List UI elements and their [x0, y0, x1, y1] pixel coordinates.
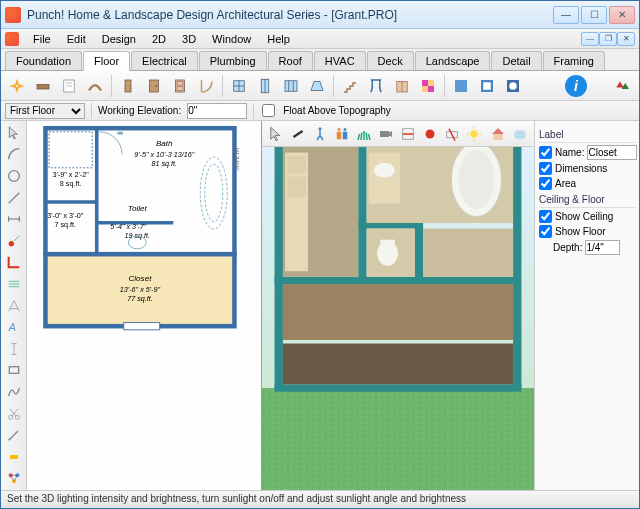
window-tall-icon[interactable] [253, 74, 277, 98]
menu-edit[interactable]: Edit [59, 31, 94, 47]
working-elev-input[interactable] [187, 103, 247, 119]
svg-rect-104 [275, 147, 283, 390]
doc-minimize-button[interactable]: — [581, 32, 599, 46]
svg-rect-25 [428, 80, 434, 86]
perspective-icon[interactable] [3, 296, 25, 316]
show-ceiling-checkbox[interactable] [539, 210, 552, 223]
doc-restore-button[interactable]: ❐ [599, 32, 617, 46]
svg-point-99 [519, 130, 525, 136]
toolbar-3d [262, 121, 534, 147]
dim-vert-icon[interactable] [3, 339, 25, 359]
window-title: Punch! Home & Landscape Design Architect… [27, 8, 553, 22]
houses-icon[interactable] [611, 74, 635, 98]
tab-foundation[interactable]: Foundation [5, 51, 82, 70]
stairs-icon[interactable] [338, 74, 362, 98]
door-swing-icon[interactable] [194, 74, 218, 98]
name-input[interactable] [587, 145, 637, 160]
menu-3d[interactable]: 3D [174, 31, 204, 47]
pointer3d-icon[interactable] [266, 122, 286, 146]
window-grid-icon[interactable] [279, 74, 303, 98]
cut-icon[interactable] [3, 404, 25, 424]
pointer-icon[interactable] [3, 123, 25, 143]
menu-window[interactable]: Window [204, 31, 259, 47]
compass-icon[interactable] [5, 74, 29, 98]
menu-file[interactable]: File [25, 31, 59, 47]
brush-icon[interactable] [3, 425, 25, 445]
dimension-icon[interactable] [3, 209, 25, 229]
tab-framing[interactable]: Framing [543, 51, 605, 70]
door-narrow-icon[interactable] [116, 74, 140, 98]
tab-hvac[interactable]: HVAC [314, 51, 366, 70]
area-checkbox[interactable] [539, 177, 552, 190]
close-button[interactable]: ✕ [609, 6, 635, 24]
tool-blue3-icon[interactable] [501, 74, 525, 98]
floor-select[interactable]: First Floor [5, 103, 85, 119]
info-icon[interactable]: i [565, 75, 587, 97]
arc-icon[interactable] [3, 145, 25, 165]
statusbar: Set the 3D lighting intensity and bright… [1, 490, 639, 508]
tab-detail[interactable]: Detail [491, 51, 541, 70]
camera-icon[interactable] [376, 122, 396, 146]
grass-icon[interactable] [354, 122, 374, 146]
tool-blue1-icon[interactable] [449, 74, 473, 98]
svg-rect-4 [37, 84, 49, 89]
record-icon[interactable] [420, 122, 440, 146]
corner-icon[interactable] [3, 253, 25, 273]
door-icon[interactable] [142, 74, 166, 98]
name-checkbox[interactable] [539, 146, 552, 159]
tab-landscape[interactable]: Landscape [415, 51, 491, 70]
rect-icon[interactable] [3, 361, 25, 381]
toolbar-main: i [1, 71, 639, 101]
tab-deck[interactable]: Deck [367, 51, 414, 70]
hatch-icon[interactable] [3, 274, 25, 294]
depth-input[interactable] [585, 240, 620, 255]
toilet-dims: 5'-4" x 3'-7" [110, 222, 147, 231]
menu-help[interactable]: Help [259, 31, 298, 47]
circle-icon[interactable] [3, 166, 25, 186]
sheet-icon[interactable] [57, 74, 81, 98]
bay-window-icon[interactable] [305, 74, 329, 98]
sun-icon[interactable] [464, 122, 484, 146]
window-icon[interactable] [227, 74, 251, 98]
tab-electrical[interactable]: Electrical [131, 51, 198, 70]
red-dot-icon[interactable] [3, 231, 25, 251]
menu-design[interactable]: Design [94, 31, 144, 47]
cabinet-icon[interactable] [390, 74, 414, 98]
house-icon[interactable] [488, 122, 508, 146]
svg-rect-9 [150, 80, 159, 92]
plan-2d-view[interactable]: 3'-9" x 2'-2" 8 sq.ft. 3'-0" x 3'-0" 7 s… [27, 121, 262, 490]
dimensions-label: Dimensions [555, 163, 607, 174]
door-panel-icon[interactable] [168, 74, 192, 98]
clip-icon[interactable] [398, 122, 418, 146]
svg-point-122 [374, 163, 395, 178]
slice-icon[interactable] [442, 122, 462, 146]
people-icon[interactable] [332, 122, 352, 146]
dimensions-checkbox[interactable] [539, 162, 552, 175]
wall-icon[interactable] [31, 74, 55, 98]
doc-close-button[interactable]: ✕ [617, 32, 635, 46]
svg-rect-105 [513, 147, 521, 388]
floor-pattern-icon[interactable] [416, 74, 440, 98]
minimize-button[interactable]: — [553, 6, 579, 24]
tab-floor[interactable]: Floor [83, 51, 130, 71]
walk-icon[interactable] [310, 122, 330, 146]
toilet-area: 19 sq.ft. [124, 231, 150, 240]
cloud-icon[interactable] [510, 122, 530, 146]
tool-blue2-icon[interactable] [475, 74, 499, 98]
atoms-icon[interactable] [3, 469, 25, 489]
marker-icon[interactable] [3, 447, 25, 467]
tab-roof[interactable]: Roof [268, 51, 313, 70]
pan3d-icon[interactable] [288, 122, 308, 146]
line-icon[interactable] [3, 188, 25, 208]
freehand-icon[interactable] [3, 382, 25, 402]
curtain-icon[interactable] [364, 74, 388, 98]
view-3d[interactable] [262, 147, 534, 490]
menu-2d[interactable]: 2D [144, 31, 174, 47]
text-icon[interactable]: A [3, 317, 25, 337]
tab-plumbing[interactable]: Plumbing [199, 51, 267, 70]
maximize-button[interactable]: ☐ [581, 6, 607, 24]
svg-point-87 [426, 129, 435, 138]
float-above-checkbox[interactable] [262, 104, 275, 117]
curve-wall-icon[interactable] [83, 74, 107, 98]
show-floor-checkbox[interactable] [539, 225, 552, 238]
